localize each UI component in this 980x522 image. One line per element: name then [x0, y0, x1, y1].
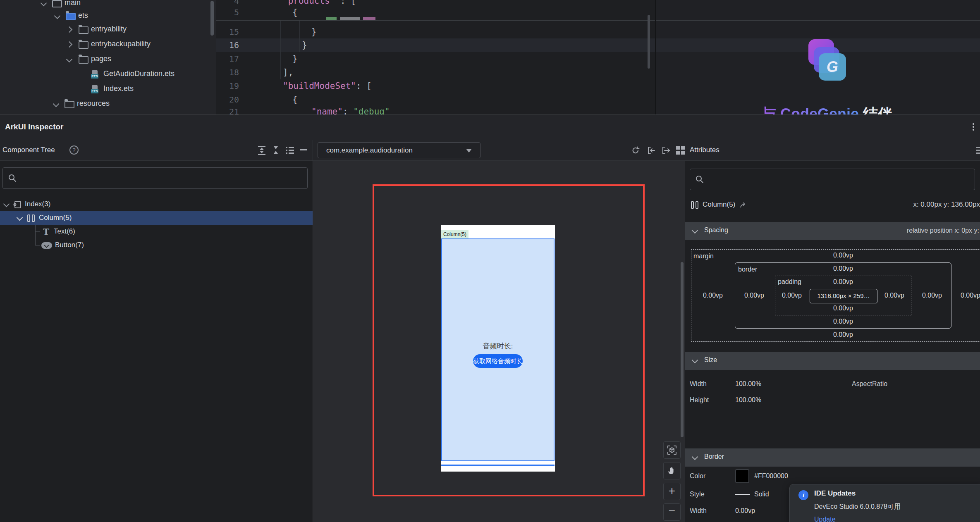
tree-item-pages[interactable]: pages	[0, 52, 216, 67]
kebab-menu-icon[interactable]	[973, 122, 974, 132]
tree-item-resources[interactable]: resources	[0, 97, 216, 111]
minus-icon: −	[669, 504, 675, 517]
tree-item-label: GetAudioDuration.ets	[103, 69, 174, 78]
grid-view-icon[interactable]	[676, 146, 685, 155]
column-component-icon	[691, 201, 698, 209]
device-screen-preview[interactable]: Column(5) 音频时长: 获取网络音频时长	[441, 225, 555, 472]
chevron-right-icon[interactable]	[66, 41, 73, 48]
zoom-out-button[interactable]: −	[663, 503, 681, 521]
folder-icon	[79, 26, 88, 34]
chevron-down-icon[interactable]	[17, 215, 23, 221]
tree-node-label: Column(5)	[39, 214, 72, 222]
canvas-scrollbar[interactable]	[681, 262, 684, 437]
jump-to-source-icon[interactable]	[740, 201, 747, 209]
tree-item-label: entryability	[91, 25, 127, 33]
editor-split-separator	[216, 20, 980, 21]
spacing-section-header[interactable]: Spacing relative position x: 0px y:	[685, 222, 980, 240]
tree-node-text[interactable]: T Text(6)	[0, 225, 313, 238]
code-line[interactable]: 21 "name": "debug"	[216, 105, 655, 114]
tree-item-label: Index.ets	[103, 84, 134, 93]
tree-item-getaudioduration[interactable]: ETS GetAudioDuration.ets	[0, 67, 216, 81]
code-line[interactable]: 15 }	[216, 25, 655, 39]
ets-file-icon: ETS	[91, 70, 98, 79]
ide-updates-notification[interactable]: i IDE Updates DevEco Studio 6.0.0.878可用 …	[789, 484, 980, 522]
plus-icon: +	[669, 484, 675, 497]
minimize-icon[interactable]	[300, 149, 307, 150]
chevron-down-icon	[692, 357, 698, 364]
help-icon[interactable]: ?	[69, 145, 79, 155]
tree-item-ets[interactable]: ets	[0, 9, 216, 23]
chevron-down-icon	[692, 227, 698, 234]
attributes-panel: Column(5) x: 0.00px y: 136.00px Spacing …	[685, 161, 980, 522]
zoom-in-button[interactable]: +	[663, 483, 681, 500]
component-tree-search[interactable]	[2, 167, 308, 189]
tree-node-column-selected[interactable]: Column(5)	[0, 211, 313, 225]
arkui-inspector-header: ArkUI Inspector	[0, 114, 980, 140]
update-link[interactable]: Update	[814, 516, 836, 522]
attributes-toolbar: Attributes	[685, 140, 980, 161]
expand-all-icon[interactable]	[257, 145, 266, 155]
component-tree-toolbar: Component Tree ?	[0, 140, 313, 161]
chevron-down-icon[interactable]	[53, 101, 60, 107]
padding-right-value: 0.00vp	[884, 292, 904, 299]
pan-hand-button[interactable]	[663, 462, 681, 479]
folder-icon	[79, 56, 88, 64]
height-value: 100.00%	[735, 396, 761, 404]
tree-scrollbar[interactable]	[210, 1, 214, 36]
preview-get-duration-button[interactable]: 获取网络音频时长	[473, 354, 523, 368]
code-text: }	[311, 25, 317, 39]
component-select-button[interactable]	[663, 441, 681, 459]
export-layout-icon[interactable]	[661, 145, 671, 155]
attributes-search[interactable]	[690, 169, 975, 190]
tree-node-button[interactable]: Button(7)	[0, 238, 313, 252]
app-package-dropdown[interactable]: com.example.audioduration	[318, 142, 480, 158]
chevron-down-icon	[692, 454, 698, 460]
refresh-icon[interactable]	[631, 145, 641, 155]
chevron-right-icon[interactable]	[66, 26, 73, 33]
tree-node-index[interactable]: Index(3)	[0, 198, 313, 211]
tree-item-entrybackupability[interactable]: entrybackupability	[0, 38, 216, 52]
line-number: 17	[216, 52, 239, 66]
chevron-down-icon[interactable]	[54, 13, 61, 19]
tree-item-index-ets[interactable]: ETS Index.ets	[0, 82, 216, 96]
border-style-label: Style	[690, 491, 705, 498]
border-section-header[interactable]: Border	[685, 448, 980, 467]
chevron-down-icon[interactable]	[66, 56, 73, 63]
content-size-box[interactable]: 1316.00px × 259…	[810, 289, 877, 303]
border-label: border	[738, 266, 757, 273]
info-icon: i	[798, 490, 808, 500]
hand-icon	[667, 466, 677, 476]
border-width-label: Width	[690, 507, 707, 515]
chevron-down-icon[interactable]	[3, 201, 10, 207]
code-line[interactable]: 18 ],	[216, 66, 655, 79]
relative-position-hint: relative position x: 0px y:	[907, 227, 979, 234]
import-layout-icon[interactable]	[646, 145, 656, 155]
line-number: 21	[216, 105, 239, 114]
code-line[interactable]: 19 "buildModeSet": [	[216, 79, 655, 93]
tree-item-entryability[interactable]: entryability	[0, 23, 216, 37]
page-component-icon	[13, 200, 22, 209]
chevron-down-icon[interactable]	[41, 0, 47, 6]
box-model: margin 0.00vp border 0.00vp padding 0.00…	[685, 249, 980, 342]
device-preview-canvas[interactable]: Column(5) 音频时长: 获取网络音频时长 + −	[313, 161, 685, 522]
padding-bottom-value: 0.00vp	[833, 305, 853, 312]
border-color-label: Color	[690, 472, 705, 480]
tree-item-label: main	[65, 0, 81, 7]
line-number: 16	[216, 38, 239, 52]
column-component-icon	[27, 215, 35, 222]
spacing-title: Spacing	[704, 226, 728, 234]
code-line[interactable]: 17 }	[216, 52, 655, 66]
margin-right-value: 0.00vp	[961, 292, 980, 299]
editor-scrollbar[interactable]	[648, 15, 650, 69]
collapse-all-icon[interactable]	[271, 145, 280, 155]
list-view-icon[interactable]	[285, 145, 294, 155]
search-icon	[8, 174, 17, 183]
code-line-current[interactable]: 16 }	[216, 38, 655, 52]
code-line[interactable]: 5 {	[216, 6, 655, 19]
line-number: 15	[216, 25, 239, 39]
border-color-swatch[interactable]	[735, 469, 749, 483]
clipped-settings-icon[interactable]	[976, 146, 980, 155]
cube-scan-icon	[667, 445, 677, 455]
code-text: "buildModeSet": [	[283, 79, 372, 93]
size-section-header[interactable]: Size	[685, 352, 980, 370]
